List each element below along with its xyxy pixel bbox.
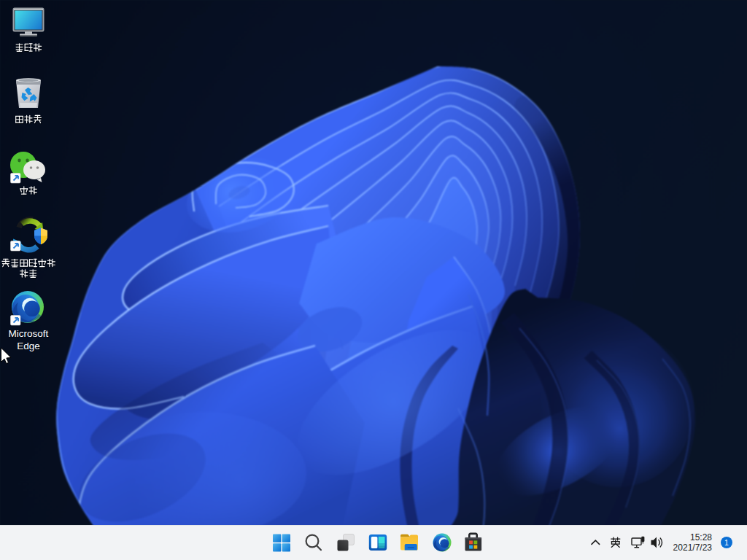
svg-text:Microsoft: Microsoft [9,328,49,339]
svg-text:2021/7/23: 2021/7/23 [673,542,713,553]
svg-text:15:28: 15:28 [690,532,712,542]
svg-text:Edge: Edge [17,341,40,351]
svg-text:1: 1 [724,538,729,547]
